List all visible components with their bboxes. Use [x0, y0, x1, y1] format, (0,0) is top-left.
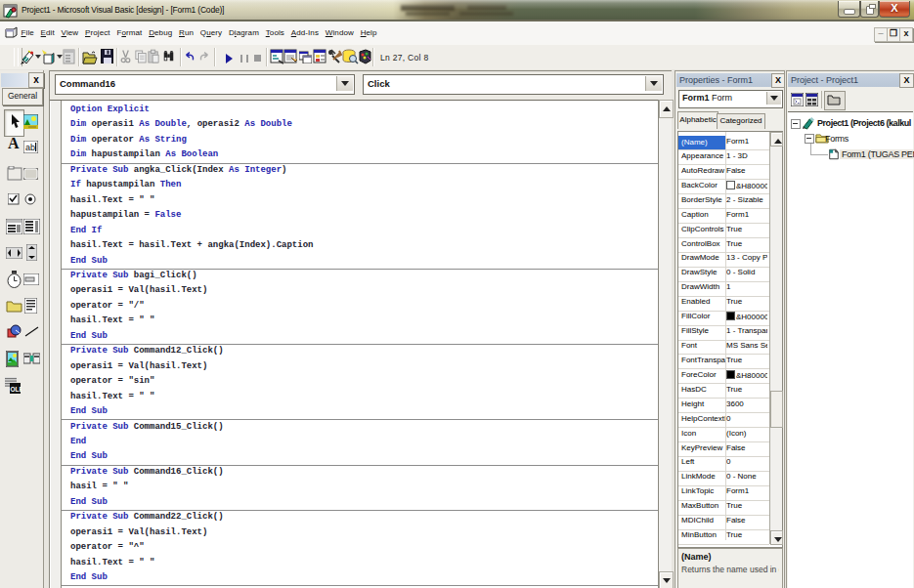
svg-text:ab: ab [25, 143, 35, 152]
svg-text:OLE: OLE [11, 386, 22, 393]
